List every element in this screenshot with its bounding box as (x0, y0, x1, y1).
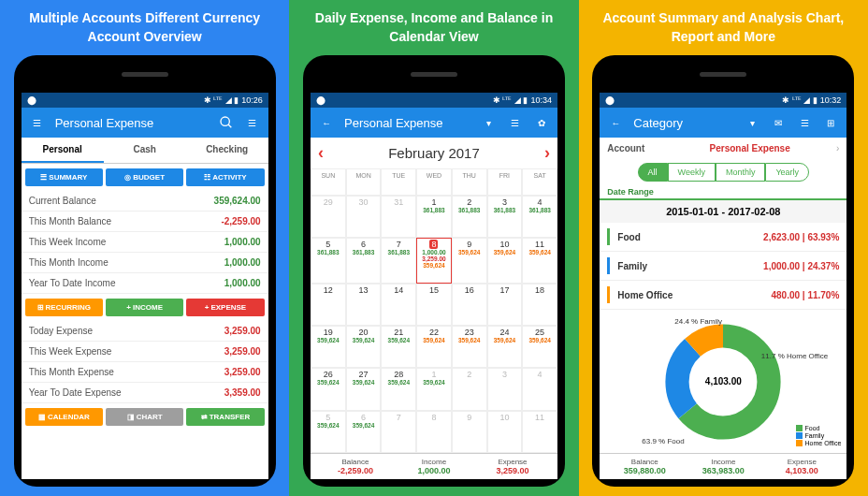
calendar-cell[interactable]: 14 (381, 284, 416, 326)
dropdown-icon[interactable]: ▾ (481, 114, 498, 131)
seg-weekly[interactable]: Weekly (668, 163, 716, 182)
calendar-cell[interactable]: 3 (487, 368, 523, 410)
row-value: 1,000.00 (224, 278, 261, 288)
calendar-cell[interactable]: 25359,624 (522, 326, 557, 368)
account-name: Personal Expense (663, 143, 836, 153)
calendar-cell[interactable]: 30 (346, 196, 382, 238)
mail-icon[interactable]: ✉ (770, 114, 787, 131)
calendar-cell[interactable]: 2 (452, 368, 487, 410)
calendar-cell[interactable]: 2361,883 (452, 196, 487, 238)
category-color-bar (607, 228, 610, 245)
next-month-button[interactable]: › (544, 143, 550, 163)
calendar-cell[interactable]: 6359,624 (346, 411, 382, 453)
transfer-button[interactable]: ⇄TRANSFER (186, 408, 264, 426)
calendar-cell[interactable]: 28359,624 (381, 368, 416, 410)
calendar-cell[interactable]: 11 (522, 411, 557, 453)
calendar-cell[interactable]: 9359,624 (452, 238, 487, 284)
row-label: This Month Balance (29, 216, 111, 226)
calendar-cell[interactable]: 1361,883 (416, 196, 452, 238)
calendar-cell[interactable]: 6361,883 (346, 238, 382, 284)
list-icon[interactable]: ☰ (507, 114, 524, 131)
category-item[interactable]: Family1,000.00 | 24.37% (600, 252, 846, 281)
list-icon[interactable]: ☰ (796, 114, 813, 131)
summary-row: Year To Date Income1,000.00 (22, 273, 268, 294)
row-value: 359,624.00 (214, 196, 261, 206)
calendar-cell[interactable]: 22359,624 (416, 326, 452, 368)
list-icon[interactable]: ☰ (244, 114, 261, 131)
row-label: Today Expense (29, 326, 93, 336)
summary-button[interactable]: ☰SUMMARY (25, 168, 103, 186)
calendar-cell[interactable]: 7 (381, 411, 416, 453)
back-icon[interactable]: ← (318, 114, 335, 131)
calendar-cell[interactable]: 17 (487, 284, 523, 326)
back-icon[interactable]: ← (607, 114, 624, 131)
tab-checking[interactable]: Checking (186, 138, 268, 163)
row-label: This Month Expense (29, 367, 114, 377)
calendar-cell[interactable]: 13 (346, 284, 382, 326)
slice-label-home: 11.7 % Home Office (761, 352, 828, 360)
income-button[interactable]: +INCOME (106, 299, 183, 316)
calendar-cell[interactable]: 23359,624 (452, 326, 487, 368)
calendar-cell[interactable]: 24359,624 (487, 326, 523, 368)
calendar-cell[interactable]: 16 (452, 284, 487, 326)
month-label: February 2017 (388, 145, 480, 161)
slice-label-food: 63.9 % Food (642, 437, 684, 445)
day-header: THU (452, 168, 487, 195)
calendar-cell[interactable]: 27359,624 (346, 368, 382, 410)
tab-personal[interactable]: Personal (22, 138, 104, 163)
prev-month-button[interactable]: ‹ (318, 143, 324, 163)
day-header: SUN (311, 168, 346, 195)
category-value: 480.00 | 11.70% (771, 290, 839, 300)
seg-yearly[interactable]: Yearly (765, 163, 809, 182)
calendar-cell[interactable]: 26359,624 (311, 368, 346, 410)
summary-row: Today Expense3,259.00 (22, 321, 268, 342)
calendar-cell[interactable]: 7361,883 (381, 238, 416, 284)
panel3-title: Account Summary and Analysis Chart, Repo… (586, 9, 861, 46)
calendar-cell[interactable]: 11359,624 (522, 238, 557, 284)
calendar-cell[interactable]: 3361,883 (487, 196, 523, 238)
recurring-button[interactable]: ⊞RECURRING (25, 299, 103, 316)
gear-icon[interactable]: ✿ (533, 114, 550, 131)
calendar-cell[interactable]: 12 (311, 284, 346, 326)
period-segments: All Weekly Monthly Yearly (600, 159, 846, 185)
search-icon[interactable] (218, 114, 235, 131)
calendar-cell[interactable]: 31 (381, 196, 416, 238)
calendar-cell[interactable]: 9 (452, 411, 487, 453)
category-name: Family (617, 261, 763, 271)
calendar-cell[interactable]: 5359,624 (311, 411, 346, 453)
account-row[interactable]: Account Personal Expense › (600, 138, 846, 159)
calendar-cell[interactable]: 81,000.003,259.00359,624 (416, 238, 452, 284)
day-header: TUE (381, 168, 416, 195)
calendar-cell[interactable]: 18 (522, 284, 557, 326)
date-range-label: Date Range (600, 185, 846, 198)
activity-button[interactable]: ☷ACTIVITY (186, 168, 264, 186)
chart-button[interactable]: ◨CHART (106, 408, 183, 426)
calendar-cell[interactable]: 10 (487, 411, 523, 453)
calendar-cell[interactable]: 10359,624 (487, 238, 523, 284)
calendar-cell[interactable]: 29 (311, 196, 346, 238)
menu-icon[interactable]: ☰ (29, 114, 46, 131)
dropdown-icon[interactable]: ▾ (744, 114, 760, 131)
seg-all[interactable]: All (638, 163, 668, 182)
calendar-cell[interactable]: 20359,624 (346, 326, 382, 368)
seg-monthly[interactable]: Monthly (716, 163, 766, 182)
expense-button[interactable]: +EXPENSE (186, 299, 264, 316)
category-item[interactable]: Home Office480.00 | 11.70% (600, 281, 846, 310)
status-bar: ⬤✱ ᴸᵀᴱ ◢ ▮10:34 (311, 93, 557, 108)
grid-icon[interactable]: ⊞ (822, 114, 839, 131)
calendar-cell[interactable]: 21359,624 (381, 326, 416, 368)
category-color-bar (607, 257, 610, 274)
calendar-cell[interactable]: 15 (416, 284, 452, 326)
tab-cash[interactable]: Cash (104, 138, 186, 163)
calendar-cell[interactable]: 4 (522, 368, 557, 410)
calendar-cell[interactable]: 1359,624 (416, 368, 452, 410)
category-item[interactable]: Food2,623.00 | 63.93% (600, 223, 846, 252)
summary-row: This Week Income1,000.00 (22, 232, 268, 253)
row-label: Year To Date Income (29, 278, 116, 288)
calendar-cell[interactable]: 19359,624 (311, 326, 346, 368)
calendar-cell[interactable]: 5361,883 (311, 238, 346, 284)
budget-button[interactable]: ◎BUDGET (106, 168, 183, 186)
calendar-cell[interactable]: 4361,883 (522, 196, 557, 238)
calendar-cell[interactable]: 8 (416, 411, 452, 453)
calendar-button[interactable]: ▦CALENDAR (25, 408, 103, 426)
